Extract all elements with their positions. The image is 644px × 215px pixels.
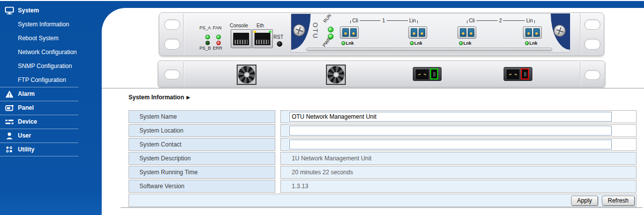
refresh-button[interactable]: Refresh [602,196,635,206]
row-label: Software Version [129,180,275,193]
table-row: System Name [129,110,637,123]
main-content: System Information▶ System Name System L… [0,0,644,215]
system-description-value: 1U Network Management Unit [280,152,637,165]
bottom-separator [121,207,643,208]
row-label: System Location [129,124,275,137]
software-version-value: 1.3.13 [280,180,637,193]
row-label: System Name [129,110,275,123]
system-name-input[interactable] [289,112,612,122]
table-row: Software Version 1.3.13 [129,180,637,193]
row-label: System Running Time [129,166,275,179]
table-row: System Running Time 20 minutes 22 second… [129,166,637,179]
page-title-text: System Information [129,94,184,101]
table-row: System Location [129,124,637,137]
system-location-input[interactable] [289,126,612,136]
system-running-time-value: 20 minutes 22 seconds [280,166,637,179]
row-value-cell [280,138,637,151]
form-footer: Apply Refresh [129,194,637,207]
row-value-cell [280,124,637,137]
table-row: System Contact [129,138,637,151]
row-label: System Contact [129,138,275,151]
system-contact-input[interactable] [289,140,612,149]
page-title: System Information▶ [129,94,190,101]
title-arrow-icon: ▶ [187,95,190,100]
row-value-cell [280,110,637,123]
page: System System Information Reboot System … [0,0,644,215]
table-row: System Description 1U Network Management… [129,152,637,165]
apply-button[interactable]: Apply [571,196,598,206]
row-label: System Description [129,152,275,165]
